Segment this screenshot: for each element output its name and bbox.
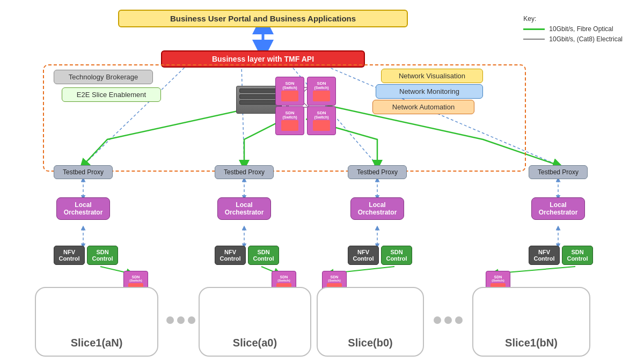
slice-box-2: Slice(a0) <box>199 287 311 357</box>
business-portal-label: Business User Portal and Business Applic… <box>170 14 356 23</box>
e2e-slice-box: E2E Slice Enablement <box>62 87 161 102</box>
net-auto-box: Network Automation <box>372 100 474 114</box>
nfv-control-3: NFVControl <box>348 246 379 265</box>
net-vis-box: Network Visualisation <box>381 69 483 83</box>
testbed-proxy-2: Testbed Proxy <box>215 165 274 179</box>
key-box: Key: 10Gbit/s, Fibre Optical 10Gbit/s, (… <box>523 15 623 43</box>
sdn-control-3: SDNControl <box>381 246 412 265</box>
diagram: Business User Portal and Business Applic… <box>0 0 644 362</box>
key-elec-swatch <box>523 39 545 40</box>
dots-right <box>434 316 463 324</box>
key-fiber-line: 10Gbit/s, Fibre Optical <box>523 25 623 33</box>
dots-left <box>166 316 195 324</box>
sdn-switch-br: SDN (Switch) <box>307 106 336 135</box>
sdn-switch-inner4 <box>313 120 330 131</box>
sdn-switch-inner3 <box>281 120 298 131</box>
slice-box-3: Slice(b0) <box>317 287 424 357</box>
testbed-proxy-3: Testbed Proxy <box>348 165 407 179</box>
local-orch-4: Local Orchestrator <box>531 197 585 220</box>
sdn-control-1: SDNControl <box>87 246 118 265</box>
testbed-proxy-1: Testbed Proxy <box>54 165 113 179</box>
sdn-control-2: SDNControl <box>248 246 279 265</box>
business-portal-box: Business User Portal and Business Applic… <box>118 10 408 27</box>
sdn-switch-inner <box>281 91 298 101</box>
sdn-switch-bl: SDN (Switch) <box>275 106 304 135</box>
sdn-switch-inner2 <box>313 91 330 101</box>
sdn-switch-tl: SDN (Switch) <box>275 77 304 106</box>
nfv-control-4: NFVControl <box>529 246 560 265</box>
local-orch-3: Local Orchestrator <box>350 197 404 220</box>
key-elec-line: 10Gbit/s, (Cat8) Electrical <box>523 35 623 43</box>
local-orch-1: Local Orchestrator <box>56 197 110 220</box>
net-mon-box: Network Monitoring <box>376 84 483 99</box>
sdn-control-4: SDNControl <box>562 246 593 265</box>
slice-box-1: Slice1(aN) <box>35 287 158 357</box>
business-layer-label: Business layer with TMF API <box>212 55 314 63</box>
slice-box-4: Slice1(bN) <box>472 287 590 357</box>
local-orch-2: Local Orchestrator <box>217 197 271 220</box>
tech-brokerage-box: Technology Brokerage <box>54 70 153 84</box>
nfv-control-2: NFVControl <box>215 246 246 265</box>
key-fiber-swatch <box>523 28 545 30</box>
sdn-switch-tr: SDN (Switch) <box>307 77 336 106</box>
nfv-control-1: NFVControl <box>54 246 85 265</box>
testbed-proxy-4: Testbed Proxy <box>529 165 588 179</box>
